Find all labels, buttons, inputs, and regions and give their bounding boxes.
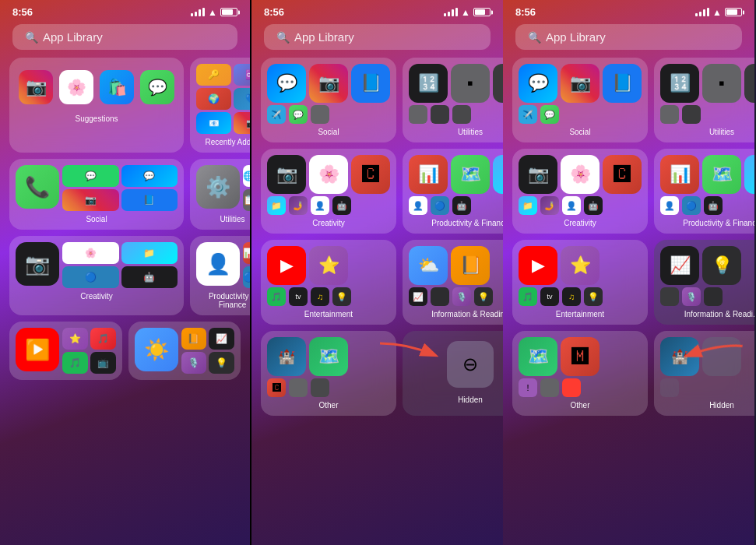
ent-row1-2: ▶ ⭐ bbox=[267, 246, 390, 285]
suggestions-apps: 📷 🌸 🛍️ 💬 bbox=[16, 64, 178, 111]
status-bar-1: 8:56 ▲ bbox=[0, 0, 250, 21]
creativity-mini: 🌸 📁 🔵 🤖 bbox=[62, 242, 178, 288]
productivity-label-1: Productivity & Finance bbox=[196, 292, 250, 309]
app-files: 📁 bbox=[121, 242, 178, 264]
social-row1-3: 💬 📷 📘 bbox=[519, 64, 642, 103]
panel2-content: 💬 📷 📘 ✈️ 💬 Social 🔢 ▪️ ⬛ bbox=[251, 58, 503, 540]
entertainment-folder-1[interactable]: ▶️ ⭐ 🎵 🎵 📺 bbox=[9, 322, 122, 380]
utilities-folder-3[interactable]: 🔢 ▪️ ⬛ Utilities bbox=[654, 58, 754, 142]
info-reading-folder-3[interactable]: 📈 💡 🎙️ Information & Readi... bbox=[654, 240, 754, 325]
utils-mini: 🌐 🔢 📋 🔲 bbox=[243, 165, 250, 211]
app-calc-p3: 🔢 bbox=[660, 64, 699, 103]
app-remind-p2: 📁 bbox=[493, 155, 503, 194]
search-bar-1[interactable]: 🔍 App Library bbox=[12, 24, 237, 50]
app-pr3: 🔵 bbox=[243, 266, 250, 288]
search-label-1: App Library bbox=[43, 30, 103, 44]
phone-panel-2: 8:56 ▲ 🔍 App Library bbox=[251, 0, 503, 545]
app-photos: 🌸 bbox=[59, 70, 93, 104]
other-folder-3[interactable]: 🗺️ 🅼 ! Other bbox=[512, 331, 648, 416]
app-u2-p3: ▪️ bbox=[702, 64, 741, 103]
utilities-row1-2: 🔢 ▪️ ⬛ bbox=[409, 64, 503, 103]
app-util3: 📋 bbox=[243, 189, 250, 211]
recently-added-label: Recently Added bbox=[196, 138, 250, 146]
creativity-label-2: Creativity bbox=[267, 219, 390, 227]
info-row1-2: ⛅ 📙 bbox=[409, 246, 503, 285]
app-cursa-p3: 🅲 bbox=[603, 155, 642, 194]
social-label-1: Social bbox=[16, 215, 178, 223]
creativity-folder-1[interactable]: 📷 🌸 📁 🔵 🤖 Creativity bbox=[9, 236, 184, 315]
utilities-row1-3: 🔢 ▪️ ⬛ bbox=[660, 64, 754, 103]
app-yt-p2: ▶ bbox=[267, 246, 306, 285]
ent-row2-2: 🎵 tv ♫ 💡 bbox=[267, 287, 390, 306]
creativity-folder-3[interactable]: 📷 🌸 🅲 📁 🤳 👤 🤖 Creativity bbox=[512, 149, 648, 234]
utilities-folder-1[interactable]: ⚙️ 🌐 🔢 📋 🔲 Utilities bbox=[190, 159, 250, 230]
other-label-3: Other bbox=[519, 401, 642, 410]
app-cr3: 🔵 bbox=[62, 266, 119, 288]
phone-panel-1: 8:56 ▲ 🔍 App Library 📷 🌸 🛍️ bbox=[0, 0, 251, 545]
panel1-content: 📷 🌸 🛍️ 💬 Suggestions 🔑 ♾️ 🌍 💙 📧 📸 Re bbox=[0, 58, 250, 540]
reading-apps-1: ☀️ 📙 📈 🎙️ 💡 bbox=[135, 328, 235, 374]
app-tv-p2: tv bbox=[289, 287, 308, 306]
app-podcasts-p3: 🎙️ bbox=[682, 287, 701, 306]
app-tv-p3: tv bbox=[540, 287, 559, 306]
utilities-label-2: Utilities bbox=[409, 128, 503, 136]
app-u2-p2: ▪️ bbox=[451, 64, 490, 103]
app-u3-p3 bbox=[660, 105, 679, 124]
social-folder-3[interactable]: 💬 📷 📘 ✈️ 💬 Social bbox=[512, 58, 648, 142]
app-telegram-p3: ✈️ bbox=[519, 105, 537, 124]
entertainment-folder-2[interactable]: ▶ ⭐ 🎵 tv ♫ 💡 Entertainment bbox=[261, 240, 396, 325]
info-reading-folder-2[interactable]: ⛅ 📙 📈 🎙️ 💡 Information & Reading bbox=[403, 240, 503, 325]
social-folder-2[interactable]: 💬 📷 📘 ✈️ 💬 Social bbox=[261, 58, 396, 142]
social-row2-2: ✈️ 💬 bbox=[267, 105, 390, 124]
app-spotify: 🎵 bbox=[62, 352, 88, 374]
app-face-p3: 🤳 bbox=[540, 196, 559, 215]
recently-added-folder[interactable]: 🔑 ♾️ 🌍 💙 📧 📸 Recently Added bbox=[190, 58, 250, 153]
app-qr-p2: ⬛ bbox=[493, 64, 503, 103]
app-settings: ⚙️ bbox=[196, 165, 240, 209]
app-messages-p3: 💬 bbox=[540, 105, 559, 124]
search-icon-2: 🔍 bbox=[276, 31, 290, 44]
reading-folder-1[interactable]: ☀️ 📙 📈 🎙️ 💡 bbox=[128, 322, 241, 380]
app-chrome: 🌐 bbox=[243, 165, 250, 187]
suggestions-label: Suggestions bbox=[16, 114, 178, 123]
app-o2 bbox=[289, 378, 308, 397]
creativity-folder-2[interactable]: 📷 🌸 🅲 📁 🤳 👤 🤖 Creativity bbox=[261, 149, 396, 234]
app-ir1 bbox=[660, 287, 679, 306]
ent-row1-3: ▶ ⭐ bbox=[519, 246, 642, 285]
productivity-folder-1[interactable]: 👤 📊 📁 🔵 🤖 Productivity & Finance bbox=[190, 236, 250, 315]
battery-1 bbox=[220, 8, 237, 16]
creativity-label-3: Creativity bbox=[519, 219, 642, 227]
social-folder-1[interactable]: 📞 💬 💬 📷 📘 Social bbox=[9, 159, 184, 230]
time-2: 8:56 bbox=[264, 6, 284, 18]
other-row2-3: ! bbox=[519, 378, 642, 397]
productivity-folder-2[interactable]: 📊 🗺️ 📁 👤 🔵 🤖 Productivity & Finance bbox=[403, 149, 503, 234]
utilities-folder-2[interactable]: 🔢 ▪️ ⬛ Utilities bbox=[403, 58, 503, 142]
signal-1 bbox=[191, 8, 205, 16]
app-maps2-p2: 🗺️ bbox=[309, 337, 348, 376]
prod-row2-2: 👤 🔵 🤖 bbox=[409, 196, 503, 215]
entertainment-folder-3[interactable]: ▶ ⭐ 🎵 tv ♫ 💡 Entertainment bbox=[512, 240, 648, 325]
suggestions-folder[interactable]: 📷 🌸 🛍️ 💬 Suggestions bbox=[9, 58, 184, 153]
app-books-p2: 📙 bbox=[451, 246, 490, 285]
creativity-row2-2: 📁 🤳 👤 🤖 bbox=[267, 196, 390, 215]
prod-row1-2: 📊 🗺️ 📁 bbox=[409, 155, 503, 194]
search-bar-2[interactable]: 🔍 App Library bbox=[264, 24, 491, 50]
app-stocks-p3: 📈 bbox=[660, 246, 699, 285]
app-maps-p3: 🗺️ bbox=[702, 155, 741, 194]
entertainment-label-3: Entertainment bbox=[519, 310, 642, 318]
app-ig2: 📸 bbox=[234, 112, 250, 134]
info-row1-3: 📈 💡 bbox=[660, 246, 754, 285]
app-o1: 🅲 bbox=[267, 378, 286, 397]
search-label-3: App Library bbox=[546, 30, 606, 44]
battery-3 bbox=[725, 8, 742, 16]
app-ai-p3: 🤖 bbox=[584, 196, 603, 215]
utilities-row2-2 bbox=[409, 105, 503, 124]
hidden-icon-2: ⊖ bbox=[447, 341, 494, 388]
search-bar-3[interactable]: 🔍 App Library bbox=[515, 24, 742, 50]
app-cr1: 🌸 bbox=[62, 242, 119, 264]
app-maps2-p3: 🗺️ bbox=[519, 337, 557, 376]
productivity-folder-3[interactable]: 📊 🗺️ 📁 👤 🔵 🤖 Productivity & Finance bbox=[654, 149, 754, 234]
productivity-label-3: Productivity & Finance bbox=[660, 219, 754, 227]
app-tip-p3: 💡 bbox=[702, 246, 741, 285]
bottom-row-1: ▶️ ⭐ 🎵 🎵 📺 ☀️ 📙 📈 🎙️ 💡 bbox=[9, 322, 241, 380]
